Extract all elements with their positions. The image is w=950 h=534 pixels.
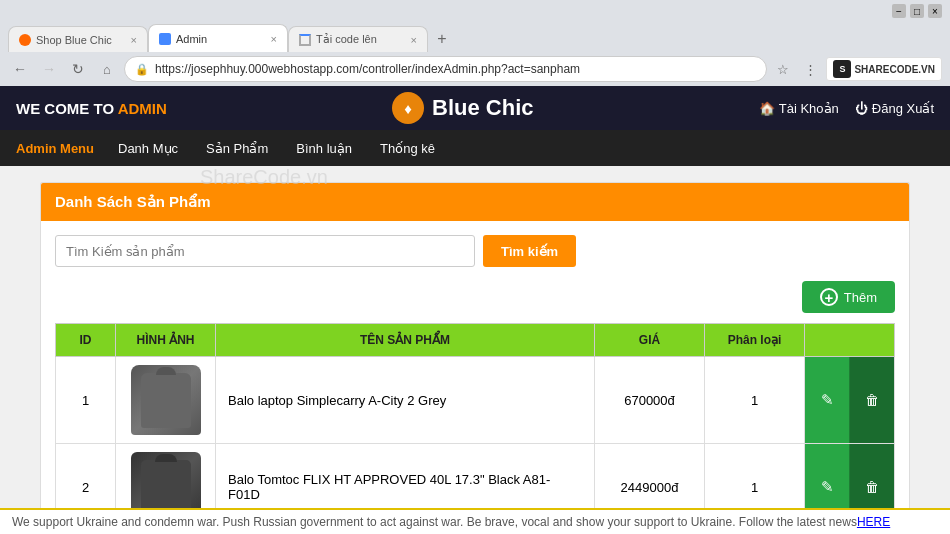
product-list-title: Danh Sách Sản Phẩm	[55, 193, 211, 210]
maximize-button[interactable]: □	[910, 4, 924, 18]
search-button[interactable]: Tìm kiếm	[483, 235, 576, 267]
row1-name: Balo laptop Simplecarry A-City 2 Grey	[216, 357, 595, 444]
col-name: TÊN SẢN PHẨM	[216, 324, 595, 357]
col-category: Phân loại	[705, 324, 805, 357]
tab-upload-code[interactable]: Tải code lên ×	[288, 26, 428, 52]
logout-button[interactable]: ⏻ Đăng Xuất	[855, 101, 934, 116]
nav-item-categories[interactable]: Danh Mục	[118, 141, 178, 156]
table-row: 1 Balo laptop Simplecarry A-City 2 Grey …	[56, 357, 895, 444]
upload-tab-close[interactable]: ×	[411, 34, 417, 46]
address-bar[interactable]: 🔒 https://josephhuy.000webhostapp.com/co…	[124, 56, 767, 82]
row1-image-cell	[116, 357, 216, 444]
search-row: Tìm kiếm	[55, 235, 895, 267]
upload-tab-favicon	[299, 34, 311, 46]
site-header: WE COME TO ADMIN ♦ Blue Chic 🏠 Tài Khoản…	[0, 86, 950, 130]
col-id: ID	[56, 324, 116, 357]
sharecode-logo-icon: S	[833, 60, 851, 78]
add-button-row: + Thêm	[55, 281, 895, 313]
product-list-body: Tìm kiếm + Thêm ID HÌNH ẢNH TÊN SẢN PHẨM…	[41, 221, 909, 534]
logout-icon: ⏻	[855, 101, 868, 116]
refresh-button[interactable]: ↻	[66, 57, 90, 81]
close-button[interactable]: ×	[928, 4, 942, 18]
home-button[interactable]: ⌂	[95, 57, 119, 81]
add-product-button[interactable]: + Thêm	[802, 281, 895, 313]
account-icon: 🏠	[759, 101, 775, 116]
col-image: HÌNH ẢNH	[116, 324, 216, 357]
site-title-prefix: WE COME TO	[16, 100, 118, 117]
new-tab-button[interactable]: +	[428, 26, 456, 52]
account-button[interactable]: 🏠 Tài Khoản	[759, 101, 839, 116]
product-list-header: Danh Sách Sản Phẩm	[41, 183, 909, 221]
row1-actions: ✎ 🗑	[805, 357, 895, 444]
main-content: ShareCode.vn Danh Sách Sản Phẩm Tìm kiếm…	[0, 166, 950, 534]
site-title: WE COME TO ADMIN	[16, 100, 167, 117]
brand-logo: ♦ Blue Chic	[392, 92, 533, 124]
admin-tab-label: Admin	[176, 33, 266, 45]
upload-tab-label: Tải code lên	[316, 33, 406, 46]
search-input[interactable]	[55, 235, 475, 267]
account-label: Tài Khoản	[779, 101, 839, 116]
add-circle-icon: +	[820, 288, 838, 306]
address-bar-url: https://josephhuy.000webhostapp.com/cont…	[155, 62, 756, 76]
col-action	[805, 324, 895, 357]
nav-item-stats[interactable]: Thống kê	[380, 141, 435, 156]
browser-action-star[interactable]: ☆	[772, 58, 794, 80]
back-button[interactable]: ←	[8, 57, 32, 81]
shop-tab-label: Shop Blue Chic	[36, 34, 126, 46]
lock-icon: 🔒	[135, 63, 149, 76]
minimize-button[interactable]: −	[892, 4, 906, 18]
row1-price: 670000đ	[595, 357, 705, 444]
row1-category: 1	[705, 357, 805, 444]
nav-items: Danh Mục Sản Phẩm Bình luận Thống kê	[118, 141, 435, 156]
add-button-label: Thêm	[844, 290, 877, 305]
logout-label: Đăng Xuất	[872, 101, 934, 116]
admin-tab-favicon	[159, 33, 171, 45]
copyright-link[interactable]: HERE	[857, 515, 890, 529]
col-price: GIÁ	[595, 324, 705, 357]
row1-edit-button[interactable]: ✎	[805, 357, 850, 443]
browser-action-menu[interactable]: ⋮	[799, 58, 821, 80]
brand-icon: ♦	[392, 92, 424, 124]
nav-item-products[interactable]: Sản Phẩm	[206, 141, 268, 156]
row1-id: 1	[56, 357, 116, 444]
shop-tab-favicon	[19, 34, 31, 46]
product-table: ID HÌNH ẢNH TÊN SẢN PHẨM GIÁ Phân loại 1	[55, 323, 895, 531]
site-title-highlight: ADMIN	[118, 100, 167, 117]
admin-menu-label: Admin Menu	[16, 141, 94, 156]
copyright-text: We support Ukraine and condemn war. Push…	[12, 515, 857, 529]
tab-shop-blue-chic[interactable]: Shop Blue Chic ×	[8, 26, 148, 52]
copyright-bar: We support Ukraine and condemn war. Push…	[0, 508, 950, 534]
row1-product-image	[131, 365, 201, 435]
nav-item-comments[interactable]: Bình luận	[296, 141, 352, 156]
forward-button: →	[37, 57, 61, 81]
admin-tab-close[interactable]: ×	[271, 33, 277, 45]
tab-admin[interactable]: Admin ×	[148, 24, 288, 52]
brand-name: Blue Chic	[432, 95, 533, 121]
product-list-card: Danh Sách Sản Phẩm Tìm kiếm + Thêm ID	[40, 182, 910, 534]
header-actions: 🏠 Tài Khoản ⏻ Đăng Xuất	[759, 101, 934, 116]
sharecode-logo-text: SHARECODE.VN	[854, 64, 935, 75]
admin-nav: Admin Menu Danh Mục Sản Phẩm Bình luận T…	[0, 130, 950, 166]
sharecode-logo: S SHARECODE.VN	[826, 57, 942, 81]
shop-tab-close[interactable]: ×	[131, 34, 137, 46]
row1-delete-button[interactable]: 🗑	[850, 357, 894, 443]
